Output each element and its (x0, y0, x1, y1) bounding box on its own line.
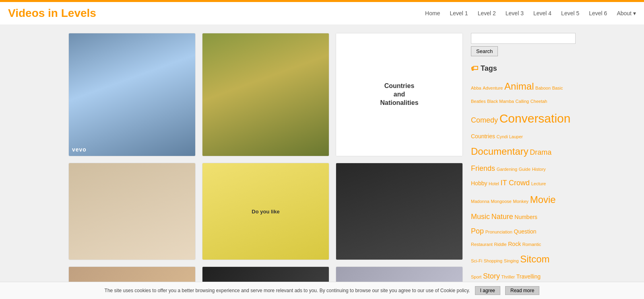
tag-countries[interactable]: Countries (471, 133, 495, 139)
nav-level5[interactable]: Level 5 (561, 10, 579, 16)
tag-riddle[interactable]: Riddle (494, 242, 506, 247)
nav-about[interactable]: About ▾ (617, 10, 636, 16)
card-body-doyoulike: Do You Like 21 Jun, 2016 in Level 1 tagg… (202, 260, 329, 260)
tag-pop[interactable]: Pop (471, 227, 484, 235)
tag-singing[interactable]: Singing (504, 258, 519, 263)
tag-monkey[interactable]: Monkey (513, 199, 529, 204)
card-thumbnail-diamond[interactable] (69, 33, 195, 156)
video-card-countries: CountriesandNationalities Countries and … (336, 33, 463, 156)
card-thumbnail-hotneighbours[interactable] (336, 163, 462, 260)
tag-lecture[interactable]: Lecture (531, 181, 546, 186)
video-card-diamond: Diamond 22 Jun, 2016 in Level 3 / Level … (68, 33, 196, 156)
tag-calling[interactable]: Calling (516, 99, 529, 104)
tag-question[interactable]: Question (514, 228, 537, 235)
tag-adventure[interactable]: Adventure (483, 86, 503, 90)
tag-icon: 🏷 (471, 64, 478, 73)
tag-music[interactable]: Music (471, 213, 490, 221)
tag-pronunciation[interactable]: Pronunciation (485, 229, 512, 234)
video-card-leopard: Leopard and Baboons 22 Jun, 2016 in Leve… (202, 33, 329, 156)
tag-hobby[interactable]: Hobby (471, 180, 487, 186)
video-card-hotneighbours: Hot Neighbours 21 Jun, 2016 in Level 5 t… (336, 163, 463, 260)
card-body-hotneighbours: Hot Neighbours 21 Jun, 2016 in Level 5 t… (336, 260, 462, 260)
tag-beatles[interactable]: Beatles (471, 99, 486, 104)
card-thumbnail-family[interactable] (69, 163, 195, 260)
card-body-diamond: Diamond 22 Jun, 2016 in Level 3 / Level … (69, 156, 195, 156)
countries-thumb-text: CountriesandNationalities (380, 82, 418, 107)
doyoulike-thumb-text: Do you like (252, 209, 279, 215)
nav-level3[interactable]: Level 3 (506, 10, 524, 16)
nav-level4[interactable]: Level 4 (533, 10, 551, 16)
chevron-down-icon: ▾ (633, 10, 636, 16)
search-box: Search (471, 33, 576, 56)
card-thumbnail-leopard[interactable] (202, 33, 329, 156)
tag-basic[interactable]: Basic (552, 86, 563, 90)
tag-documentary[interactable]: Documentary (471, 146, 528, 157)
tag-numbers[interactable]: Numbers (514, 214, 537, 220)
tag-movie[interactable]: Movie (530, 194, 556, 205)
tag-thriller[interactable]: Thriller (502, 274, 515, 279)
search-input[interactable] (471, 33, 576, 44)
card-thumbnail-doyoulike[interactable]: Do you like (202, 163, 329, 260)
tag-animal[interactable]: Animal (504, 81, 534, 92)
tag-friends[interactable]: Friends (471, 164, 495, 172)
tags-cloud: Abba Adventure Animal Baboon Basic Beatl… (471, 77, 576, 283)
tag-black-mamba[interactable]: Black Mamba (487, 99, 514, 104)
nav-level1[interactable]: Level 1 (450, 10, 468, 16)
tag-drama[interactable]: Drama (530, 148, 551, 156)
card-body-family: Family 21 Jun, 2016 in Level 2 tagged Co… (69, 260, 195, 260)
cookie-bar: The site uses cookies to offer you a bet… (0, 282, 644, 299)
tag-sport[interactable]: Sport (471, 274, 481, 279)
header: Videos in Levels Home Level 1 Level 2 Le… (0, 2, 644, 25)
cookie-agree-button[interactable]: I agree (475, 286, 500, 295)
cookie-read-more-button[interactable]: Read more (505, 286, 539, 295)
card-thumbnail-countries[interactable]: CountriesandNationalities (336, 33, 462, 156)
search-button[interactable]: Search (471, 46, 498, 56)
tag-shopping[interactable]: Shopping (484, 258, 503, 263)
tag-madonna[interactable]: Madonna (471, 199, 489, 204)
nav-level2[interactable]: Level 2 (478, 10, 496, 16)
tags-header: 🏷 Tags (471, 64, 576, 73)
tag-story[interactable]: Story (483, 272, 500, 280)
tag-history[interactable]: History (532, 167, 546, 172)
tag-cyndi-lauper[interactable]: Cyndi Lauper (497, 134, 523, 139)
video-card-family: Family 21 Jun, 2016 in Level 2 tagged Co… (68, 163, 196, 260)
nav-home[interactable]: Home (425, 10, 440, 16)
cookie-message: The site uses cookies to offer you a bet… (105, 288, 470, 293)
tag-sitcom[interactable]: Sitcom (520, 254, 549, 264)
tag-sci-fi[interactable]: Sci-Fi (471, 258, 482, 263)
nav-level6[interactable]: Level 6 (589, 10, 607, 16)
main-nav: Home Level 1 Level 2 Level 3 Level 4 Lev… (425, 10, 636, 16)
tag-travelling[interactable]: Travelling (516, 273, 541, 280)
video-card-doyoulike: Do you like Do You Like 21 Jun, 2016 in … (202, 163, 329, 260)
tag-hotel[interactable]: Hotel (489, 181, 499, 186)
tag-nature[interactable]: Nature (491, 213, 513, 221)
tag-baboon[interactable]: Baboon (535, 86, 551, 90)
tag-mongoose[interactable]: Mongoose (491, 199, 512, 204)
content-grid: Diamond 22 Jun, 2016 in Level 3 / Level … (68, 33, 463, 299)
tag-conversation[interactable]: Conversation (500, 112, 571, 125)
tags-label: Tags (481, 64, 497, 73)
card-body-leopard: Leopard and Baboons 22 Jun, 2016 in Leve… (202, 156, 329, 156)
card-body-countries: Countries and Nationalities 22 Jun, 2016… (336, 156, 462, 156)
tag-rock[interactable]: Rock (508, 241, 521, 247)
tag-comedy[interactable]: Comedy (471, 116, 498, 124)
tag-it-crowd[interactable]: IT Crowd (500, 179, 530, 187)
main-container: Diamond 22 Jun, 2016 in Level 3 / Level … (60, 25, 584, 299)
sidebar: Search 🏷 Tags Abba Adventure Animal Babo… (471, 33, 576, 299)
tag-guide[interactable]: Guide (519, 167, 530, 172)
tag-gardening[interactable]: Gardening (497, 167, 517, 172)
tags-section: 🏷 Tags Abba Adventure Animal Baboon Basi… (471, 64, 576, 283)
tag-abba[interactable]: Abba (471, 86, 481, 90)
tag-romantic[interactable]: Romantic (522, 242, 541, 247)
tag-cheetah[interactable]: Cheetah (530, 99, 547, 104)
tag-restaurant[interactable]: Restaurant (471, 242, 493, 247)
site-title[interactable]: Videos in Levels (8, 7, 96, 20)
